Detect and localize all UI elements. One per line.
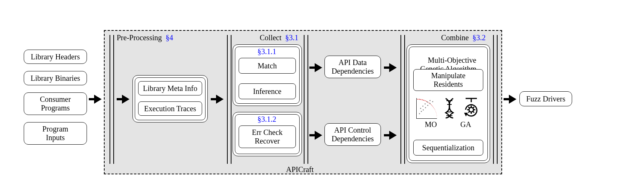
combine-sequentialization: Sequentialization (413, 140, 483, 156)
mo-label: MO (416, 120, 446, 129)
arrow-into-preproc (117, 95, 129, 104)
arrow-collect-to-ctrl-deps (309, 131, 322, 140)
bars-combine (400, 35, 405, 164)
arrow-inputs-to-frame (89, 95, 102, 104)
input-program-inputs: Program Inputs (24, 122, 87, 145)
svg-line-13 (473, 107, 474, 108)
text: Fuzz Drivers (526, 95, 565, 103)
text: Inference (253, 87, 282, 96)
combine-icon-captions: MO GA (413, 120, 483, 129)
text: API Control Dependencies (332, 126, 374, 143)
input-library-headers: Library Headers (24, 50, 87, 64)
combine-manipulate: Manipulate Residents (413, 69, 483, 91)
arrow-data-deps-to-combine (384, 63, 397, 72)
label-preprocessing: Pre-Processing §4 (117, 33, 173, 42)
text: Sequentialization (422, 144, 475, 152)
input-consumer-programs: Consumer Programs (24, 92, 87, 115)
combine-icons (413, 95, 483, 119)
bars-collect (227, 35, 231, 164)
bars-collect-right (304, 35, 308, 164)
api-data-deps: API Data Dependencies (324, 56, 381, 78)
collect-inference: Inference (239, 83, 296, 99)
bars-combine-right (493, 35, 498, 164)
label-collect: Collect §3.1 (260, 33, 298, 42)
text: Library Headers (31, 53, 80, 61)
arrow-collect-to-data-deps (309, 63, 322, 72)
text: API Data Dependencies (332, 58, 374, 76)
arrow-ctrl-deps-to-combine (384, 131, 397, 140)
svg-line-14 (468, 112, 469, 113)
text: Err Check Recover (252, 128, 283, 145)
svg-line-15 (473, 112, 474, 113)
text: Library Binaries (30, 74, 80, 83)
collect-match: Match (239, 58, 296, 74)
dna-icon (443, 98, 456, 119)
text: Consumer Programs (40, 95, 71, 112)
svg-line-12 (468, 107, 469, 108)
text: Manipulate Residents (431, 71, 465, 89)
arrow-to-output (504, 95, 516, 104)
preproc-meta: Library Meta Info (138, 81, 202, 95)
input-library-binaries: Library Binaries (24, 71, 87, 85)
collect-top-ref: §3.1.1 (257, 47, 276, 56)
text: Library Meta Info (143, 84, 197, 93)
api-ctrl-deps: API Control Dependencies (324, 123, 381, 146)
collect-bot-ref: §3.1.2 (257, 115, 276, 124)
text: Execution Traces (144, 104, 196, 113)
collect-err: Err Check Recover (239, 125, 296, 148)
preproc-traces: Execution Traces (138, 101, 202, 116)
pareto-icon (416, 98, 437, 119)
text: Program Inputs (43, 125, 69, 142)
bars-preprocessing (110, 35, 114, 164)
arrow-preproc-to-collect (211, 95, 224, 104)
label-combine: Combine §3.2 (441, 33, 486, 42)
svg-point-7 (469, 107, 473, 112)
text: Match (257, 62, 277, 70)
gear-cycle-icon (462, 98, 481, 119)
apicraft-caption: APICraft (286, 165, 314, 174)
output-fuzz-drivers: Fuzz Drivers (519, 91, 572, 106)
ga-label: GA (451, 120, 481, 129)
